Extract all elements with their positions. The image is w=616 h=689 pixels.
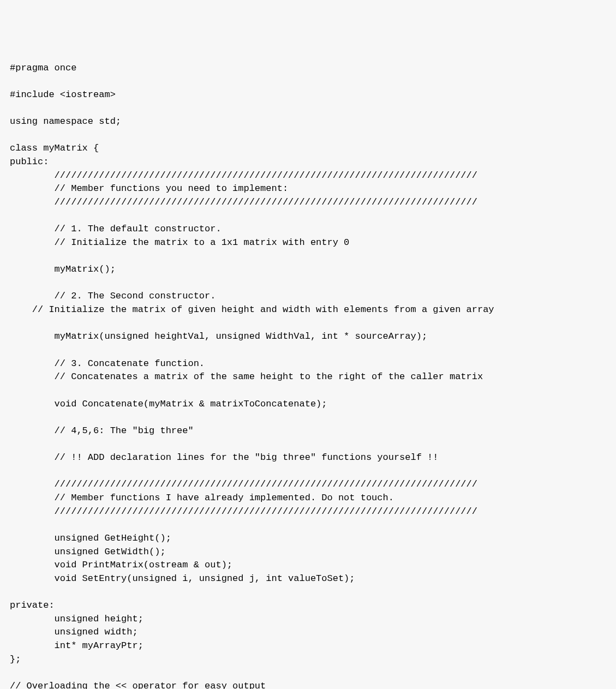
code-block: #pragma once #include <iostream> using n… — [10, 62, 606, 689]
